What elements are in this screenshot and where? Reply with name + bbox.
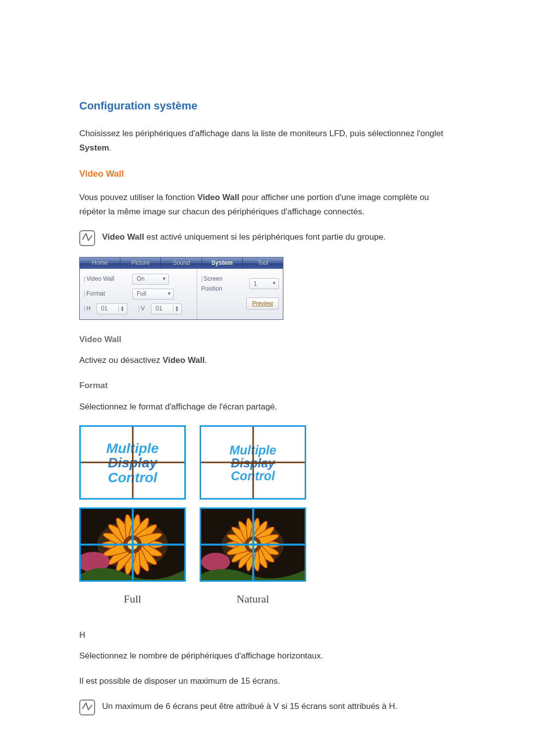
label-format: |Format <box>84 289 113 299</box>
dropdown-value: Full <box>137 289 146 299</box>
text: Video Wall <box>102 232 144 242</box>
text: Activez ou désactivez <box>79 355 162 365</box>
label-v: |V <box>138 303 147 313</box>
note-row: Video Wall est activé uniquement si les … <box>79 230 456 246</box>
spinner-value: 01 <box>101 303 107 313</box>
tab-system[interactable]: System <box>202 257 243 269</box>
format-desc: Sélectionnez le format d'affichage de l'… <box>79 400 456 414</box>
vw-onoff-heading: Video Wall <box>79 333 456 347</box>
tab-sound[interactable]: Sound <box>161 257 202 269</box>
spinner-h[interactable]: 01 ▲▼ <box>97 303 127 314</box>
panel-tabs: Home Picture Sound System Tool <box>80 257 283 269</box>
format-heading: Format <box>79 379 456 393</box>
format-full-text-tile: Multiple Display Control <box>79 425 186 500</box>
system-text: System <box>79 143 109 152</box>
chevron-down-icon: ▼ <box>272 280 276 287</box>
dropdown-video-wall[interactable]: On ▼ <box>132 274 169 285</box>
caption-natural: Natural <box>200 590 306 608</box>
spinner-arrows-icon: ▲▼ <box>118 305 126 312</box>
dropdown-screen-position[interactable]: 1 ▼ <box>249 278 279 289</box>
note-icon <box>79 230 95 246</box>
text: Video Wall <box>197 193 239 202</box>
spinner-arrows-icon: ▲▼ <box>173 305 180 312</box>
text: Un maximum de 6 écrans peut être attribu… <box>102 700 456 714</box>
text: Video Wall <box>162 355 205 365</box>
system-panel: Home Picture Sound System Tool |Video Wa… <box>79 257 283 320</box>
dropdown-format[interactable]: Full ▼ <box>132 289 174 300</box>
tab-home[interactable]: Home <box>80 257 120 269</box>
format-natural-image-tile <box>200 507 306 582</box>
chevron-down-icon: ▼ <box>162 275 166 283</box>
svg-point-27 <box>201 553 230 571</box>
section-title: Configuration système <box>79 97 456 115</box>
format-natural-text-tile: Multiple Display Control <box>200 425 306 500</box>
video-wall-heading: Video Wall <box>79 166 456 182</box>
video-wall-desc: Vous pouvez utiliser la fonction Video W… <box>79 191 456 219</box>
format-full-image-tile <box>79 507 186 582</box>
tab-tool[interactable]: Tool <box>243 257 283 269</box>
caption-full: Full <box>79 590 186 608</box>
note-icon <box>79 700 95 715</box>
text: . <box>109 143 111 152</box>
text: . <box>205 355 207 365</box>
spinner-value: 01 <box>156 303 162 313</box>
text: est activé uniquement si les périphériqu… <box>144 232 386 242</box>
label-h: |H <box>84 303 93 313</box>
label-video-wall: |Video Wall <box>84 274 128 284</box>
dropdown-value: 1 <box>254 279 257 289</box>
preview-button[interactable]: Preview <box>246 298 279 309</box>
format-examples: Multiple Display Control Multiple Displa… <box>79 425 456 608</box>
dropdown-value: On <box>137 274 145 284</box>
chevron-down-icon: ▼ <box>167 290 171 298</box>
label-screen-position: |Screen Position <box>201 274 245 294</box>
spinner-v[interactable]: 01 ▲▼ <box>151 303 182 314</box>
vw-onoff-desc: Activez ou désactivez Video Wall. <box>79 353 456 368</box>
text: Vous pouvez utiliser la fonction <box>79 193 197 202</box>
tab-picture[interactable]: Picture <box>120 257 161 269</box>
text: Choisissez les périphériques d'affichage… <box>79 129 443 138</box>
h-desc: Sélectionnez le nombre de périphériques … <box>79 649 456 663</box>
h-heading: H <box>79 628 456 643</box>
intro-paragraph: Choisissez les périphériques d'affichage… <box>79 127 456 155</box>
h-max: Il est possible de disposer un maximum d… <box>79 674 456 689</box>
note-row-2: Un maximum de 6 écrans peut être attribu… <box>79 700 456 715</box>
